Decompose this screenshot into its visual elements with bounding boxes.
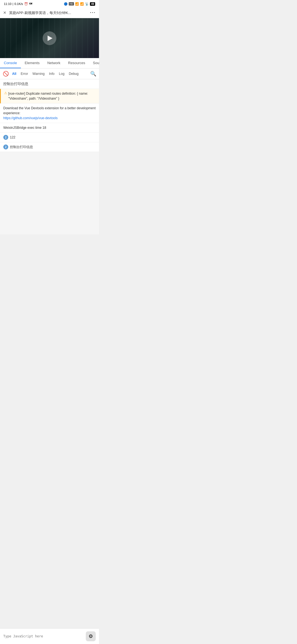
badge-row-122: 2 122 [3,135,96,140]
console-badge-entry-122: 2 122 [0,133,99,142]
console-devtools-entry: Download the Vue Devtools extension for … [0,103,99,123]
close-button[interactable]: × [3,10,6,16]
battery-level: 49 [90,2,95,6]
filter-debug[interactable]: Debug [68,71,79,76]
filter-info[interactable]: Info [48,71,56,76]
hd-badge: HD [69,2,74,6]
tab-elements[interactable]: Elements [21,58,43,68]
warning-text: [vue-router] Duplicate named routes defi… [8,91,96,101]
badge-text-122: 122 [10,135,15,140]
console-badge-entry-info: 2 控制台打印信息 [0,142,99,152]
filter-bar: 🚫 All Error Warning Info Log Debug 🔍 [0,69,99,79]
alarm-icon: ⏰ [24,2,28,6]
video-player[interactable] [0,18,99,58]
status-right: 🔵 HD 📶 📶 📡 49 [64,2,95,6]
page-title: 英葩APP-刷视频学英语，每天5分钟K... [9,10,87,15]
signal-icon: 📶 [75,2,79,6]
console-warning-entry: ⚠ [vue-router] Duplicate named routes de… [0,89,99,103]
console-log-entry-weixin: WeixinJSBridge exec time 18 [0,123,99,133]
filter-log[interactable]: Log [58,71,65,76]
search-button[interactable]: 🔍 [90,71,96,77]
devtools-tabs: Console Elements Network Resources Sourc… [0,58,99,69]
browser-bar: × 英葩APP-刷视频学英语，每天5分钟K... ··· [0,8,99,18]
play-button[interactable] [43,31,56,45]
no-filter-icon[interactable]: 🚫 [3,71,9,77]
filter-all[interactable]: All [11,71,17,76]
status-time: 11:10 [4,2,12,6]
badge-row-info: 2 控制台打印信息 [3,144,96,149]
console-section-header: 控制台打印信息 [0,79,99,89]
app-icon: 🗺 [29,2,32,6]
tab-sources[interactable]: Sources [89,58,99,68]
filter-error[interactable]: Error [20,71,29,76]
devtools-link[interactable]: https://github.com/vuejs/vue-devtools [3,116,57,120]
console-empty-area [0,152,99,234]
tab-console[interactable]: Console [0,58,21,68]
bluetooth-icon: 🔵 [64,2,68,6]
weixin-log-text: WeixinJSBridge exec time 18 [3,126,46,130]
warning-row: ⚠ [vue-router] Duplicate named routes de… [4,91,96,101]
badge-2-icon-2: 2 [3,144,8,149]
badge-2-icon: 2 [3,135,8,140]
status-bar: 11:10 | 0.1K/s ⏰ 🗺 🔵 HD 📶 📶 📡 49 [0,0,99,8]
play-icon [48,36,53,41]
console-header-text: 控制台打印信息 [3,82,28,86]
status-network: 0.1K/s [14,2,23,6]
tab-resources[interactable]: Resources [64,58,89,68]
signal2-icon: 📶 [80,2,84,6]
tab-network[interactable]: Network [43,58,64,68]
menu-button[interactable]: ··· [90,10,96,16]
console-content: 控制台打印信息 ⚠ [vue-router] Duplicate named r… [0,79,99,152]
status-left: 11:10 | 0.1K/s ⏰ 🗺 [4,2,32,6]
devtools-text: Download the Vue Devtools extension for … [3,106,96,121]
badge-text-info: 控制台打印信息 [10,144,33,149]
wifi-icon: 📡 [85,2,89,6]
filter-warning[interactable]: Warning [31,71,46,76]
warning-icon: ⚠ [4,91,7,95]
